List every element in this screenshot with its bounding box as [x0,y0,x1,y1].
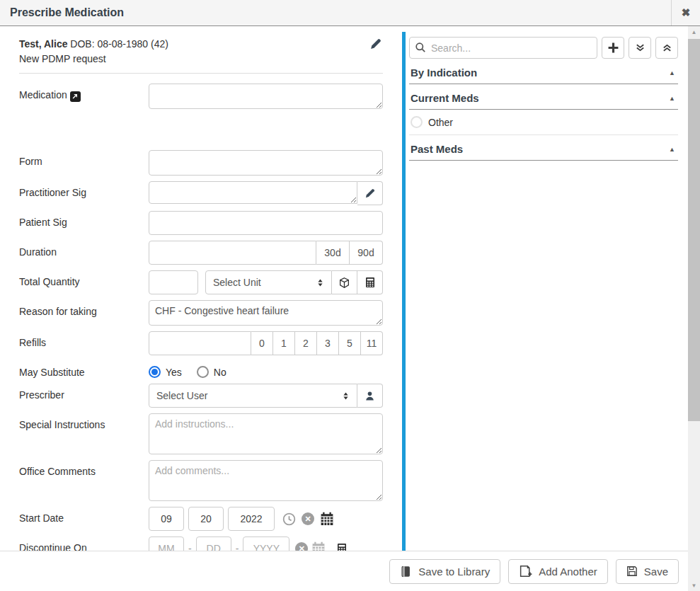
patient-sig-label: Patient Sig [19,211,149,235]
current-meds-item-other[interactable]: Other [409,110,678,135]
start-date-clear-button[interactable]: ✕ [302,512,314,525]
total-quantity-row: Total Quantity Select Unit [19,270,383,294]
substitute-yes-radio[interactable] [149,366,161,378]
discontinue-on-label: Discontinue On [19,537,149,551]
total-quantity-input[interactable] [149,270,198,294]
patient-sig-input[interactable] [149,211,383,235]
expand-all-button[interactable] [629,37,651,59]
discontinue-year-input[interactable] [243,537,289,551]
refills-3-button[interactable]: 3 [317,331,339,355]
substitute-no-radio[interactable] [197,366,209,378]
add-prescription-icon [519,565,532,578]
refills-11-button[interactable]: 11 [361,331,383,355]
updown-icon [316,277,324,288]
patient-sig-row: Patient Sig [19,211,383,235]
refills-0-button[interactable]: 0 [251,331,273,355]
modal-footer: Save to Library Add Another Save [0,551,688,591]
scrollbar-thumb[interactable] [688,39,700,421]
start-date-now-button[interactable] [282,512,296,526]
save-to-library-button[interactable]: Save to Library [389,559,500,584]
practitioner-sig-input[interactable] [149,181,357,204]
may-substitute-row: May Substitute Yes No [19,361,383,378]
total-quantity-label: Total Quantity [19,270,149,294]
vertical-scrollbar[interactable]: ▲ ▼ [688,26,700,591]
dispense-unit-button[interactable] [332,270,357,294]
modal-title: Prescribe Medication [0,6,124,19]
medication-library-sidebar: By Indication ▲ Current Meds ▲ Other Pas… [402,26,688,551]
duration-90d-button[interactable]: 90d [350,241,383,265]
edit-sig-button[interactable] [357,181,383,205]
prescriber-select[interactable]: Select User [149,384,357,408]
caret-up-icon: ▲ [669,146,675,153]
new-pdmp-request-link[interactable]: New PDMP request [19,52,368,67]
save-button[interactable]: Save [616,559,679,584]
duration-30d-button[interactable]: 30d [316,241,350,265]
date-separator: - [188,543,192,551]
section-by-indication[interactable]: By Indication ▲ [409,59,678,84]
modal-content: Test, Alice DOB: 08-08-1980 (42) New PDM… [0,26,688,551]
external-link-icon[interactable] [70,91,81,102]
calendar-icon [320,512,334,526]
add-medication-button[interactable] [602,37,624,59]
section-past-meds[interactable]: Past Meds ▲ [409,135,678,161]
medication-input[interactable] [149,84,383,109]
start-date-month-input[interactable] [149,507,184,531]
start-date-year-input[interactable] [228,507,275,531]
discontinue-calendar-button[interactable] [311,541,326,551]
calculator-icon [365,277,376,288]
reason-input[interactable]: CHF - Congestive heart failure [149,300,383,326]
duration-input[interactable] [149,241,316,265]
reason-row: Reason for taking CHF - Congestive heart… [19,300,383,326]
refills-5-button[interactable]: 5 [339,331,361,355]
search-icon [415,42,426,53]
special-instructions-label: Special Instructions [19,413,149,454]
discontinue-month-input[interactable] [149,537,184,551]
refills-1-button[interactable]: 1 [273,331,295,355]
refills-input[interactable] [149,331,251,355]
start-date-calendar-button[interactable] [320,512,334,526]
unit-select[interactable]: Select Unit [205,270,332,294]
start-date-day-input[interactable] [188,507,224,531]
discontinue-clear-button[interactable]: ✕ [295,542,308,551]
edit-patient-button[interactable] [368,37,383,52]
double-chevron-up-icon [662,42,672,53]
refills-row: Refills 0 1 2 3 5 11 [19,331,383,355]
other-label: Other [428,117,453,128]
updown-icon [342,391,350,401]
scroll-up-arrow[interactable]: ▲ [688,26,700,38]
refills-2-button[interactable]: 2 [295,331,317,355]
practitioner-sig-label: Practitioner Sig [19,181,149,205]
add-another-button[interactable]: Add Another [508,559,608,584]
collapse-all-button[interactable] [655,37,678,59]
calculator-icon [336,543,348,551]
select-user-button[interactable] [357,384,383,408]
patient-divider [19,73,383,74]
discontinue-day-input[interactable] [196,537,231,551]
pencil-icon [365,188,375,199]
double-chevron-down-icon [635,42,646,53]
prescription-form: Medication Form Practitioner Sig [19,84,383,551]
section-current-meds[interactable]: Current Meds ▲ [409,84,678,110]
start-date-label: Start Date [19,507,149,531]
start-date-row: Start Date ✕ [19,507,383,531]
medication-search-input[interactable] [409,37,597,59]
sidebar-search-row [409,37,678,59]
office-comments-input[interactable] [149,460,383,501]
refills-label: Refills [19,331,149,355]
practitioner-sig-row: Practitioner Sig [19,181,383,205]
close-button[interactable]: ✖ [671,0,700,25]
prescribe-medication-modal: Prescribe Medication ✖ Test, Alice DOB: … [0,0,700,591]
caret-up-icon: ▲ [669,95,675,102]
special-instructions-input[interactable] [149,413,383,454]
other-radio[interactable] [411,116,423,128]
plus-icon [607,42,619,54]
discontinue-on-row: Discontinue On - - ✕ [19,537,383,551]
discontinue-calculator-button[interactable] [336,543,348,551]
patient-name: Test, Alice [19,38,67,50]
pencil-icon [369,38,381,50]
form-input[interactable] [149,150,383,176]
substitute-no-label: No [214,367,226,378]
scroll-down-arrow[interactable]: ▼ [688,580,700,591]
substitute-yes-label: Yes [166,367,182,378]
calculator-button[interactable] [357,270,383,294]
